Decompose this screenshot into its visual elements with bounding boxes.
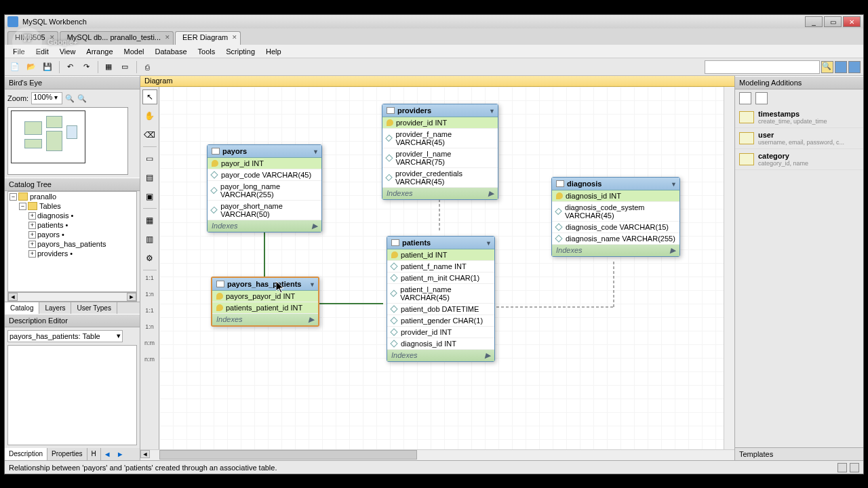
column-row[interactable]: provider_id INT xyxy=(387,327,494,338)
template-item[interactable]: categorycategory_id, name xyxy=(735,149,863,170)
column-row[interactable]: patient_m_init CHAR(1) xyxy=(387,272,494,284)
entity-header[interactable]: payors_has_patients▼ xyxy=(212,278,318,291)
tree-schema[interactable]: −pranallo xyxy=(8,192,136,201)
close-icon[interactable]: ✕ xyxy=(165,34,170,41)
menu-view[interactable]: View xyxy=(54,46,81,57)
menu-help[interactable]: Help xyxy=(260,46,287,57)
column-row[interactable]: patient_id INT xyxy=(387,249,494,261)
column-row[interactable]: diagnosis_code_system VARCHAR(45) xyxy=(552,202,679,222)
status-button[interactable] xyxy=(837,463,847,472)
image-tool[interactable]: ▣ xyxy=(142,189,157,204)
menu-database[interactable]: Database xyxy=(149,46,192,57)
column-row[interactable]: patients_patient_id INT xyxy=(212,302,318,314)
template-new-button[interactable] xyxy=(739,92,751,104)
align-button[interactable]: ▭ xyxy=(117,60,132,75)
tab-history[interactable]: H xyxy=(87,448,101,460)
panel-toggle-left[interactable] xyxy=(835,61,847,73)
tab-user-types[interactable]: User Types xyxy=(71,302,117,314)
catalog-tree[interactable]: −pranallo −Tables +diagnosis • +patients… xyxy=(7,191,137,292)
column-row[interactable]: diagnosis_id INT xyxy=(387,338,494,350)
tree-hscroll[interactable]: ◄► xyxy=(7,292,137,302)
templates-tab[interactable]: Templates xyxy=(735,447,863,460)
indexes-row[interactable]: Indexes▶ xyxy=(212,314,318,325)
entity-diagnosis[interactable]: diagnosis▼ diagnosis_id INT diagnosis_co… xyxy=(551,177,680,257)
canvas-hscroll[interactable]: ◄ xyxy=(140,449,734,460)
layer-tool[interactable]: ▭ xyxy=(142,151,157,166)
rel-1-1-id[interactable]: 1:1 xyxy=(142,307,158,319)
menu-model[interactable]: Model xyxy=(119,46,150,57)
tab-layers[interactable]: Layers xyxy=(39,302,71,314)
collapse-icon[interactable]: − xyxy=(19,203,26,210)
column-row[interactable]: payor_short_name VARCHAR(50) xyxy=(208,201,321,220)
undo-button[interactable]: ↶ xyxy=(62,60,77,75)
tree-table-item[interactable]: +payors • xyxy=(8,230,136,239)
tree-table-item[interactable]: +providers • xyxy=(8,249,136,258)
scroll-right-icon[interactable]: ► xyxy=(127,293,136,301)
diagram-canvas[interactable]: payors▼ payor_id INT payor_code VARCHAR(… xyxy=(159,87,724,449)
menu-scripting[interactable]: Scripting xyxy=(220,46,260,57)
entity-header[interactable]: providers▼ xyxy=(382,104,498,117)
save-button[interactable]: 💾 xyxy=(40,60,55,75)
column-row[interactable]: diagnosis_id INT xyxy=(552,190,679,202)
eraser-tool[interactable]: ⌫ xyxy=(142,127,157,142)
chevron-down-icon[interactable]: ▼ xyxy=(486,240,492,247)
birds-eye-view[interactable] xyxy=(7,107,128,175)
search-input[interactable] xyxy=(705,60,820,74)
template-item[interactable]: userusername, email, password, c... xyxy=(735,128,863,149)
rel-1-n-id[interactable]: 1:n xyxy=(142,323,158,336)
column-row[interactable]: provider_id INT xyxy=(382,117,498,129)
table-tool[interactable]: ▦ xyxy=(142,213,157,228)
description-select[interactable]: payors_has_patients: Table▾ xyxy=(7,330,123,342)
rel-n-m[interactable]: n:m xyxy=(142,340,158,352)
entity-payors-has-patients[interactable]: payors_has_patients▼ payors_payor_id INT… xyxy=(211,277,319,327)
expand-icon[interactable]: + xyxy=(28,231,36,239)
expand-icon[interactable]: + xyxy=(28,222,36,229)
column-row[interactable]: patient_l_name VARCHAR(45) xyxy=(387,284,494,304)
tab-next-icon[interactable]: ► xyxy=(114,448,127,460)
column-row[interactable]: payor_code VARCHAR(45) xyxy=(208,169,321,181)
open-button[interactable]: 📂 xyxy=(24,60,39,75)
tree-table-item[interactable]: +payors_has_patients xyxy=(8,239,136,249)
tree-table-item[interactable]: +patients • xyxy=(8,220,136,230)
expand-icon[interactable]: + xyxy=(28,212,36,220)
close-button[interactable]: ✕ xyxy=(843,16,861,27)
indexes-row[interactable]: Indexes▶ xyxy=(382,188,498,199)
column-row[interactable]: payors_payor_id INT xyxy=(212,291,318,302)
close-icon[interactable]: ✕ xyxy=(232,34,237,41)
zoom-in-icon[interactable]: 🔍 xyxy=(65,94,75,103)
chevron-down-icon[interactable]: ▼ xyxy=(313,148,319,155)
routine-tool[interactable]: ⚙ xyxy=(142,251,157,266)
doc-tab[interactable]: HIM6505✕ xyxy=(7,31,58,45)
entity-payors[interactable]: payors▼ payor_id INT payor_code VARCHAR(… xyxy=(207,144,322,232)
menu-edit[interactable]: Edit xyxy=(31,46,54,57)
column-row[interactable]: diagnosis_name VARCHAR(255) xyxy=(552,233,679,245)
tree-tables[interactable]: −Tables xyxy=(8,201,136,211)
collapse-icon[interactable]: − xyxy=(9,193,17,201)
viewport-rect[interactable] xyxy=(11,110,85,163)
grid-button[interactable]: ▦ xyxy=(101,60,116,75)
entity-patients[interactable]: patients▼ patient_id INT patient_f_name … xyxy=(387,236,495,362)
entity-providers[interactable]: providers▼ provider_id INT provider_f_na… xyxy=(382,104,498,200)
scroll-thumb[interactable] xyxy=(159,450,417,460)
entity-header[interactable]: payors▼ xyxy=(208,145,321,158)
menu-arrange[interactable]: Arrange xyxy=(81,46,118,57)
description-textarea[interactable] xyxy=(7,345,137,446)
entity-header[interactable]: patients▼ xyxy=(387,237,494,249)
new-button[interactable]: 📄 xyxy=(7,60,22,75)
template-item[interactable]: timestampscreate_time, update_time xyxy=(735,107,863,128)
zoom-select[interactable]: 100% ▾ xyxy=(31,92,62,104)
chevron-down-icon[interactable]: ▼ xyxy=(671,181,677,188)
maximize-button[interactable]: ▭ xyxy=(824,16,842,27)
view-tool[interactable]: ▥ xyxy=(142,232,157,247)
pointer-tool[interactable]: ↖ xyxy=(142,89,157,104)
close-icon[interactable]: ✕ xyxy=(50,34,55,41)
column-row[interactable]: provider_credentials VARCHAR(45) xyxy=(382,168,498,188)
scroll-left-icon[interactable]: ◄ xyxy=(140,450,150,458)
rel-n-m-existing[interactable]: n:m xyxy=(142,356,158,368)
tree-table-item[interactable]: +diagnosis • xyxy=(8,211,136,220)
chevron-down-icon[interactable]: ▼ xyxy=(309,281,315,288)
indexes-row[interactable]: Indexes▶ xyxy=(387,350,494,361)
panel-toggle-right[interactable] xyxy=(848,61,861,73)
column-row[interactable]: patient_dob DATETIME xyxy=(387,304,494,315)
canvas-vscroll[interactable] xyxy=(724,87,734,449)
